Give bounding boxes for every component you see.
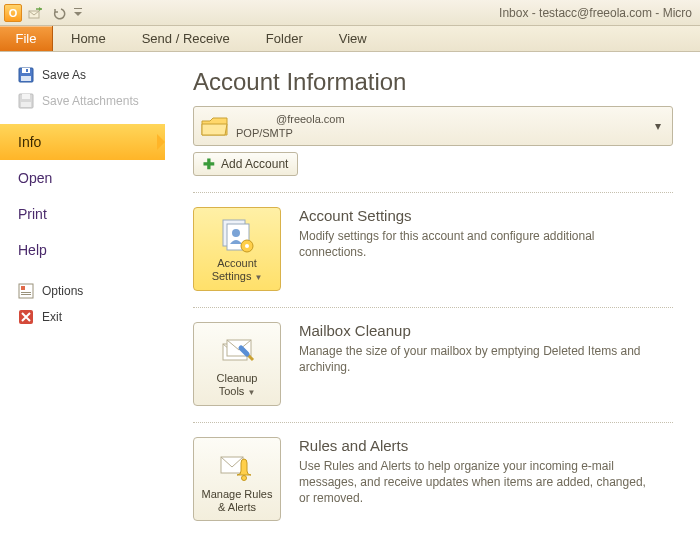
app-icon[interactable]: O bbox=[4, 4, 22, 22]
svg-point-22 bbox=[242, 476, 247, 481]
block-title: Mailbox Cleanup bbox=[299, 322, 659, 339]
manage-rules-button[interactable]: Manage Rules & Alerts bbox=[193, 437, 281, 521]
svg-rect-1 bbox=[74, 8, 82, 9]
block-text: Modify settings for this account and con… bbox=[299, 228, 659, 260]
account-email: @freeola.com bbox=[236, 112, 652, 126]
account-folder-icon bbox=[200, 112, 230, 140]
title-bar: O Inbox - testacc@freeola.com - Micro bbox=[0, 0, 700, 26]
account-text: @freeola.com POP/SMTP bbox=[236, 112, 652, 140]
chevron-down-icon: ▾ bbox=[652, 119, 664, 133]
undo-icon[interactable] bbox=[48, 3, 70, 23]
nav-help[interactable]: Help bbox=[0, 232, 165, 268]
cleanup-tools-button[interactable]: Cleanup Tools▼ bbox=[193, 322, 281, 406]
exit-icon bbox=[18, 309, 34, 325]
section-divider bbox=[193, 422, 673, 423]
add-account-label: Add Account bbox=[221, 157, 288, 171]
options-icon bbox=[18, 283, 34, 299]
block-account-settings: Account Settings▼ Account Settings Modif… bbox=[193, 207, 673, 291]
block-description: Rules and Alerts Use Rules and Alerts to… bbox=[299, 437, 659, 521]
ribbon-tabs: File Home Send / Receive Folder View bbox=[0, 26, 700, 52]
send-receive-icon[interactable] bbox=[24, 3, 46, 23]
block-mailbox-cleanup: Cleanup Tools▼ Mailbox Cleanup Manage th… bbox=[193, 322, 673, 406]
tab-home[interactable]: Home bbox=[53, 26, 124, 51]
nav-options[interactable]: Options bbox=[0, 278, 165, 304]
quick-access-toolbar: O bbox=[0, 3, 84, 23]
file-tab[interactable]: File bbox=[0, 26, 53, 51]
nav-label: Exit bbox=[42, 310, 62, 324]
account-settings-icon bbox=[217, 214, 257, 257]
tab-view[interactable]: View bbox=[321, 26, 385, 51]
svg-rect-5 bbox=[21, 76, 31, 81]
block-text: Use Rules and Alerts to help organize yo… bbox=[299, 458, 659, 506]
account-settings-button[interactable]: Account Settings▼ bbox=[193, 207, 281, 291]
svg-rect-4 bbox=[26, 69, 28, 72]
nav-print[interactable]: Print bbox=[0, 196, 165, 232]
block-description: Mailbox Cleanup Manage the size of your … bbox=[299, 322, 659, 406]
nav-save-attachments: Save Attachments bbox=[0, 88, 165, 114]
save-attachments-icon bbox=[18, 93, 34, 109]
svg-rect-11 bbox=[21, 292, 31, 293]
block-rules-alerts: Manage Rules & Alerts Rules and Alerts U… bbox=[193, 437, 673, 521]
block-description: Account Settings Modify settings for thi… bbox=[299, 207, 659, 291]
qat-customize-icon[interactable] bbox=[72, 3, 84, 23]
button-label: Manage Rules & Alerts bbox=[198, 488, 276, 514]
section-divider bbox=[193, 307, 673, 308]
page-title: Account Information bbox=[193, 68, 690, 96]
save-icon bbox=[18, 67, 34, 83]
account-picker[interactable]: @freeola.com POP/SMTP ▾ bbox=[193, 106, 673, 146]
svg-point-18 bbox=[245, 244, 249, 248]
nav-info[interactable]: Info bbox=[0, 124, 165, 160]
plus-icon: ✚ bbox=[203, 159, 215, 169]
cleanup-icon bbox=[217, 329, 257, 372]
section-divider bbox=[193, 192, 673, 193]
nav-label: Save Attachments bbox=[42, 94, 139, 108]
account-protocol: POP/SMTP bbox=[236, 126, 652, 140]
rules-icon bbox=[217, 444, 257, 488]
svg-rect-12 bbox=[21, 294, 31, 295]
nav-label: Options bbox=[42, 284, 83, 298]
add-account-button[interactable]: ✚ Add Account bbox=[193, 152, 298, 176]
chevron-down-icon: ▼ bbox=[247, 388, 255, 397]
block-title: Rules and Alerts bbox=[299, 437, 659, 454]
tab-folder[interactable]: Folder bbox=[248, 26, 321, 51]
nav-label: Save As bbox=[42, 68, 86, 82]
block-title: Account Settings bbox=[299, 207, 659, 224]
nav-open[interactable]: Open bbox=[0, 160, 165, 196]
tab-send-receive[interactable]: Send / Receive bbox=[124, 26, 248, 51]
backstage: Save As Save Attachments Info Open Print… bbox=[0, 52, 700, 550]
backstage-nav: Save As Save Attachments Info Open Print… bbox=[0, 52, 165, 550]
block-text: Manage the size of your mailbox by empty… bbox=[299, 343, 659, 375]
chevron-down-icon: ▼ bbox=[254, 273, 262, 282]
svg-rect-8 bbox=[21, 102, 31, 107]
svg-rect-10 bbox=[21, 286, 25, 290]
backstage-main: Account Information @freeola.com POP/SMT… bbox=[165, 52, 700, 550]
svg-point-16 bbox=[232, 229, 240, 237]
svg-rect-7 bbox=[22, 94, 30, 99]
button-label: Account Settings bbox=[212, 257, 257, 282]
window-title: Inbox - testacc@freeola.com - Micro bbox=[499, 6, 700, 20]
nav-exit[interactable]: Exit bbox=[0, 304, 165, 330]
nav-save-as[interactable]: Save As bbox=[0, 62, 165, 88]
